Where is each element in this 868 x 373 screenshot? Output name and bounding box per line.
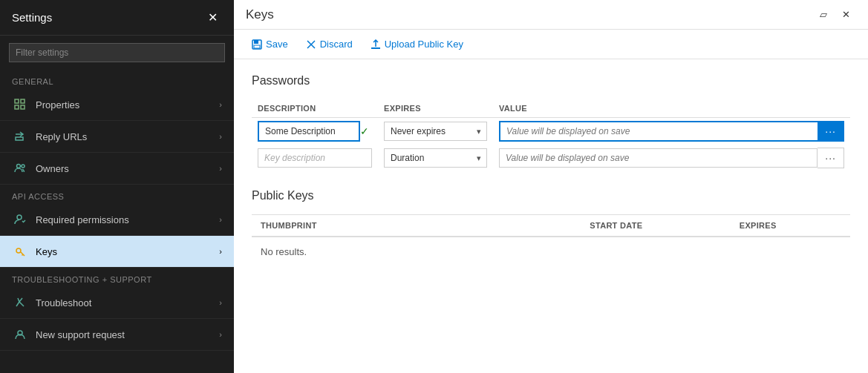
value-input-1[interactable]	[499, 121, 818, 142]
svg-rect-0	[15, 99, 19, 103]
sidebar-item-keys[interactable]: Keys ›	[0, 236, 234, 268]
password-row-1-expires-cell: Never expires 1 year 2 years Duration	[378, 118, 493, 145]
password-row-2-value-cell: ···	[493, 145, 850, 171]
sidebar-title: Settings	[12, 11, 52, 24]
col-header-start-date: START DATE	[581, 215, 731, 237]
description-wrapper-1: ✓	[258, 121, 372, 142]
troubleshoot-chevron-icon: ›	[219, 298, 222, 307]
password-row-1: ✓ Never expires 1 year 2 years Duration	[252, 118, 850, 145]
owners-icon	[12, 160, 28, 176]
value-cell-1: ···	[499, 121, 844, 142]
keys-icon	[12, 243, 28, 260]
toolbar: Save Discard Upload Public Key	[234, 30, 868, 59]
keys-chevron-icon: ›	[219, 247, 222, 256]
header-controls: ▱ ✕	[814, 6, 856, 23]
main-content: Keys ▱ ✕ Save Discard Upload Public Key …	[234, 0, 868, 373]
save-icon	[252, 39, 262, 50]
sidebar-item-required-permissions-label: Required permissions	[36, 214, 219, 225]
col-header-pk-expires: EXPIRES	[731, 215, 850, 237]
value-dots-button-1[interactable]: ···	[818, 121, 844, 142]
reply-urls-icon	[12, 128, 28, 145]
value-input-2[interactable]	[499, 148, 818, 168]
svg-rect-12	[254, 45, 260, 48]
svg-point-7	[17, 215, 22, 219]
upload-public-key-button[interactable]: Upload Public Key	[365, 36, 469, 53]
col-header-description: DESCRIPTION	[252, 99, 378, 118]
no-results-row: No results.	[252, 237, 850, 266]
properties-chevron-icon: ›	[219, 100, 222, 109]
sidebar-search-wrapper	[0, 36, 234, 70]
content-area: Passwords DESCRIPTION EXPIRES VALUE ✓	[234, 59, 868, 373]
expires-select-1[interactable]: Never expires 1 year 2 years Duration	[384, 122, 487, 141]
sidebar-item-new-support-request-label: New support request	[36, 329, 219, 340]
minimize-button[interactable]: ▱	[814, 6, 833, 23]
main-header: Keys ▱ ✕	[234, 0, 868, 30]
support-request-icon	[12, 326, 28, 343]
discard-label: Discard	[320, 39, 353, 50]
required-permissions-chevron-icon: ›	[219, 215, 222, 224]
expires-select-wrapper-1: Never expires 1 year 2 years Duration	[384, 122, 487, 141]
save-label: Save	[266, 39, 288, 50]
col-header-thumbprint: THUMBPRINT	[252, 215, 581, 237]
passwords-table: DESCRIPTION EXPIRES VALUE ✓	[252, 99, 850, 171]
sidebar-item-reply-urls[interactable]: Reply URLs ›	[0, 121, 234, 153]
sidebar-item-required-permissions[interactable]: Required permissions ›	[0, 204, 234, 236]
public-keys-table: THUMBPRINT START DATE EXPIRES No results…	[252, 214, 850, 266]
passwords-section-title: Passwords	[252, 74, 850, 88]
description-input-2[interactable]	[258, 148, 372, 168]
close-main-button[interactable]: ✕	[836, 6, 856, 23]
sidebar: Settings ✕ GENERAL Properties › Reply UR…	[0, 0, 234, 373]
sidebar-item-keys-label: Keys	[36, 246, 219, 257]
new-support-request-chevron-icon: ›	[219, 330, 222, 339]
description-input-1[interactable]	[258, 121, 360, 142]
sidebar-item-owners-label: Owners	[36, 163, 219, 174]
value-dots-button-2[interactable]: ···	[818, 148, 844, 168]
svg-point-5	[17, 165, 21, 168]
sidebar-item-properties[interactable]: Properties ›	[0, 89, 234, 121]
col-header-expires: EXPIRES	[378, 99, 493, 118]
value-cell-2: ···	[499, 148, 844, 168]
password-row-2-description-cell	[252, 145, 378, 171]
reply-urls-chevron-icon: ›	[219, 132, 222, 141]
save-button[interactable]: Save	[246, 36, 294, 53]
owners-chevron-icon: ›	[219, 164, 222, 173]
sidebar-item-new-support-request[interactable]: New support request ›	[0, 319, 234, 351]
svg-rect-3	[21, 105, 25, 109]
section-label-api-access: API ACCESS	[0, 185, 234, 204]
col-header-value: VALUE	[493, 99, 850, 118]
page-title: Keys	[246, 7, 274, 22]
svg-rect-11	[254, 40, 258, 44]
public-keys-section-title: Public Keys	[252, 189, 850, 202]
svg-rect-1	[15, 105, 19, 109]
troubleshoot-icon	[12, 294, 28, 311]
sidebar-close-button[interactable]: ✕	[203, 9, 222, 26]
sidebar-item-reply-urls-label: Reply URLs	[36, 131, 219, 142]
password-row-2: Duration Never expires 1 year 2 years ··…	[252, 145, 850, 171]
no-results-text: No results.	[252, 237, 850, 266]
upload-icon	[371, 39, 381, 50]
password-row-2-expires-cell: Duration Never expires 1 year 2 years	[378, 145, 493, 171]
sidebar-item-owners[interactable]: Owners ›	[0, 153, 234, 185]
svg-point-8	[16, 248, 21, 253]
password-row-1-description-cell: ✓	[252, 118, 378, 145]
expires-select-wrapper-2: Duration Never expires 1 year 2 years	[384, 148, 487, 168]
section-label-troubleshooting: TROUBLESHOOTING + SUPPORT	[0, 268, 234, 287]
filter-settings-input[interactable]	[9, 43, 225, 62]
svg-rect-4	[16, 137, 23, 140]
sidebar-item-troubleshoot-label: Troubleshoot	[36, 297, 219, 308]
sidebar-item-troubleshoot[interactable]: Troubleshoot ›	[0, 287, 234, 319]
svg-point-6	[22, 165, 25, 168]
discard-button[interactable]: Discard	[300, 36, 359, 53]
properties-icon	[12, 96, 28, 113]
svg-rect-2	[21, 99, 25, 103]
required-permissions-icon	[12, 211, 28, 228]
sidebar-item-properties-label: Properties	[36, 99, 219, 110]
sidebar-header: Settings ✕	[0, 0, 234, 36]
check-icon-1: ✓	[360, 125, 369, 137]
expires-select-2[interactable]: Duration Never expires 1 year 2 years	[384, 148, 487, 168]
section-label-general: GENERAL	[0, 70, 234, 89]
upload-public-key-label: Upload Public Key	[385, 39, 463, 50]
discard-icon	[306, 39, 316, 50]
password-row-1-value-cell: ···	[493, 118, 850, 145]
